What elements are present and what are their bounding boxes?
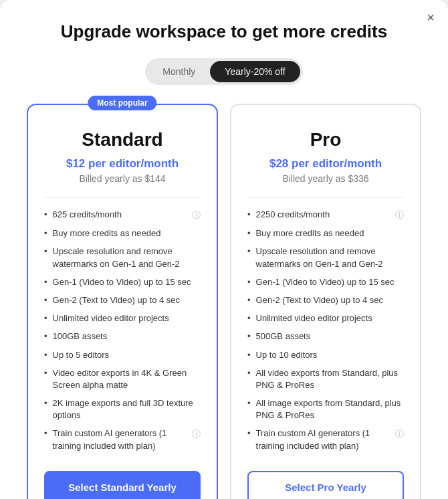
bullet-icon: • [44, 312, 47, 324]
plan-card-pro: Pro $28 per editor/month Billed yearly a… [230, 104, 421, 499]
feature-text: Upscale resolution and remove watermarks… [256, 245, 404, 270]
feature-text: Buy more credits as needed [53, 227, 201, 239]
plan-price: $28 per editor/month [247, 157, 404, 171]
bullet-icon: • [247, 312, 251, 324]
feature-text: Train custom AI generators (1 training i… [53, 427, 188, 452]
most-popular-badge: Most popular [88, 96, 156, 110]
plan-billed: Billed yearly as $336 [247, 173, 404, 184]
upgrade-modal: × Upgrade workspace to get more credits … [0, 0, 448, 499]
feature-text: All image exports from Standard, plus PN… [256, 397, 404, 421]
info-icon: ⓘ [192, 209, 201, 221]
feature-item: • Upscale resolution and remove watermar… [247, 245, 404, 270]
feature-text: Unlimited video editor projects [53, 312, 201, 324]
feature-text: Gen-1 (Video to Video) up to 15 sec [256, 276, 404, 288]
info-icon: ⓘ [395, 428, 404, 440]
bullet-icon: • [44, 349, 47, 361]
billing-toggle-row: Monthly Yearly-20% off [27, 58, 421, 85]
feature-item: • Unlimited video editor projects [247, 312, 404, 324]
divider [247, 197, 404, 198]
monthly-toggle-btn[interactable]: Monthly [148, 61, 210, 82]
feature-item: • 625 credits/month ⓘ [44, 209, 201, 221]
feature-item: • All image exports from Standard, plus … [247, 397, 404, 421]
bullet-icon: • [247, 330, 251, 342]
select-plan-button-standard[interactable]: Select Standard Yearly [44, 471, 201, 499]
feature-item: • Up to 5 editors [44, 349, 201, 361]
billing-toggle: Monthly Yearly-20% off [145, 58, 302, 85]
feature-item: • 2K image exports and full 3D texture o… [44, 397, 201, 421]
bullet-icon: • [44, 427, 47, 439]
feature-text: 2250 credits/month [256, 209, 391, 221]
feature-item: • Gen-1 (Video to Video) up to 15 sec [44, 276, 201, 288]
plan-features-list: • 625 credits/month ⓘ • Buy more credits… [44, 209, 201, 452]
feature-item: • Up to 10 editors [247, 349, 404, 361]
feature-item: • 2250 credits/month ⓘ [247, 209, 404, 221]
bullet-icon: • [247, 227, 251, 239]
plan-name: Pro [247, 129, 404, 151]
close-button[interactable]: × [427, 11, 435, 24]
bullet-icon: • [44, 209, 47, 221]
bullet-icon: • [247, 427, 251, 439]
feature-text: All video exports from Standard, plus PN… [256, 367, 404, 391]
plans-container: Most popular Standard $12 per editor/mon… [27, 104, 421, 499]
feature-item: • Gen-1 (Video to Video) up to 15 sec [247, 276, 404, 288]
bullet-icon: • [247, 397, 251, 409]
feature-text: Gen-2 (Text to Video) up to 4 sec [256, 294, 404, 306]
bullet-icon: • [247, 209, 251, 221]
feature-text: Train custom AI generators (1 training i… [256, 427, 391, 452]
bullet-icon: • [44, 294, 47, 306]
feature-item: • All video exports from Standard, plus … [247, 367, 404, 391]
feature-text: 100GB assets [53, 330, 201, 342]
yearly-toggle-btn[interactable]: Yearly-20% off [210, 61, 300, 82]
feature-item: • Gen-2 (Text to Video) up to 4 sec [44, 294, 201, 306]
feature-text: Unlimited video editor projects [256, 312, 404, 324]
feature-item: • Buy more credits as needed [44, 227, 201, 239]
feature-text: Up to 5 editors [53, 349, 201, 361]
feature-item: • Buy more credits as needed [247, 227, 404, 239]
bullet-icon: • [44, 330, 47, 342]
feature-item: • Unlimited video editor projects [44, 312, 201, 324]
bullet-icon: • [247, 349, 251, 361]
bullet-icon: • [247, 245, 251, 258]
feature-item: • Train custom AI generators (1 training… [44, 427, 201, 452]
feature-text: 625 credits/month [53, 209, 188, 221]
bullet-icon: • [44, 276, 47, 288]
feature-item: • Upscale resolution and remove watermar… [44, 245, 201, 270]
bullet-icon: • [44, 397, 47, 409]
bullet-icon: • [44, 245, 47, 258]
plan-features-list: • 2250 credits/month ⓘ • Buy more credit… [247, 209, 404, 452]
plan-billed: Billed yearly as $144 [44, 173, 201, 184]
feature-item: • 500GB assets [247, 330, 404, 342]
info-icon: ⓘ [192, 428, 201, 440]
divider [44, 197, 201, 198]
feature-text: 2K image exports and full 3D texture opt… [53, 397, 201, 421]
feature-text: Up to 10 editors [256, 349, 404, 361]
feature-text: Gen-2 (Text to Video) up to 4 sec [53, 294, 201, 306]
feature-item: • 100GB assets [44, 330, 201, 342]
feature-text: Video editor exports in 4K & Green Scree… [53, 367, 201, 391]
feature-item: • Gen-2 (Text to Video) up to 4 sec [247, 294, 404, 306]
plan-card-standard: Most popular Standard $12 per editor/mon… [27, 104, 218, 499]
plan-price: $12 per editor/month [44, 157, 201, 171]
feature-text: 500GB assets [256, 330, 404, 342]
plan-name: Standard [44, 129, 201, 151]
info-icon: ⓘ [395, 209, 404, 221]
feature-item: • Video editor exports in 4K & Green Scr… [44, 367, 201, 391]
bullet-icon: • [44, 367, 47, 379]
feature-text: Buy more credits as needed [256, 227, 404, 239]
bullet-icon: • [247, 367, 251, 379]
bullet-icon: • [247, 276, 251, 288]
modal-title: Upgrade workspace to get more credits [27, 21, 421, 42]
bullet-icon: • [44, 227, 47, 239]
select-plan-button-pro[interactable]: Select Pro Yearly [247, 471, 404, 499]
feature-text: Upscale resolution and remove watermarks… [53, 245, 201, 270]
feature-item: • Train custom AI generators (1 training… [247, 427, 404, 452]
bullet-icon: • [247, 294, 251, 306]
feature-text: Gen-1 (Video to Video) up to 15 sec [53, 276, 201, 288]
